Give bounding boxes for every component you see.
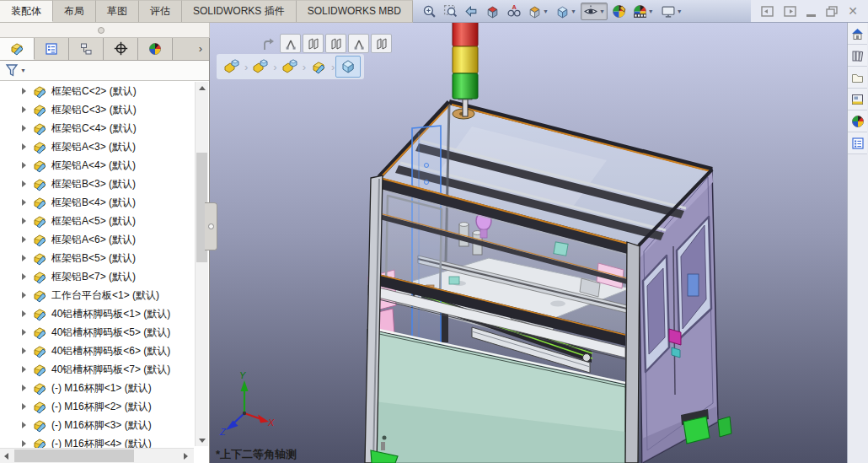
expand-arrow-icon[interactable]: [22, 162, 26, 169]
solidworks-resources-button[interactable]: [848, 23, 867, 45]
chevron-down-icon[interactable]: ▼: [543, 8, 549, 14]
horizontal-scroll-thumb[interactable]: [14, 450, 134, 462]
display-style-button[interactable]: ▼: [553, 3, 579, 20]
expand-arrow-icon[interactable]: [22, 255, 26, 261]
tab-sketch[interactable]: 草图: [96, 0, 139, 22]
tree-item[interactable]: 40铝槽杯脚码板<6> (默认): [19, 342, 195, 360]
close-button[interactable]: ✕: [848, 5, 858, 17]
tab-layout[interactable]: 布局: [53, 0, 96, 22]
expand-arrow-icon[interactable]: [22, 88, 26, 94]
tree-item[interactable]: 40铝槽杯脚码板<5> (默认): [19, 323, 195, 342]
scroll-up-arrow[interactable]: [196, 82, 208, 94]
tree-vertical-scrollbar[interactable]: [195, 82, 208, 446]
dock-panel-left-button[interactable]: [761, 6, 774, 17]
scroll-left-arrow[interactable]: [0, 450, 13, 462]
expand-arrow-icon[interactable]: [22, 329, 26, 336]
tab-propertymanager[interactable]: [35, 37, 69, 60]
tree-item[interactable]: 框架铝B<5> (默认): [19, 249, 195, 267]
tab-displaymanager[interactable]: [138, 37, 173, 60]
dock-panel-right-button[interactable]: [784, 6, 796, 17]
breadcrumb-body[interactable]: [335, 56, 361, 78]
design-library-button[interactable]: [848, 45, 867, 67]
breadcrumb-part[interactable]: [307, 57, 330, 77]
breadcrumb-assembly[interactable]: [220, 57, 244, 77]
breadcrumb-flag-icon[interactable]: [261, 36, 275, 51]
appearances-scenes-button[interactable]: [848, 110, 867, 132]
tab-evaluate[interactable]: 评估: [139, 0, 182, 22]
tab-solidworks-addins[interactable]: SOLIDWORKS 插件: [182, 0, 297, 22]
expand-arrow-icon[interactable]: [22, 440, 26, 447]
breadcrumb-subassembly[interactable]: [278, 57, 302, 77]
expand-arrow-icon[interactable]: [22, 422, 26, 428]
tree-item[interactable]: 框架铝B<7> (默认): [19, 267, 195, 286]
tree-item[interactable]: (-) M16杯脚<4> (默认): [19, 434, 195, 449]
parallel-mate-button[interactable]: [371, 34, 392, 53]
expand-arrow-icon[interactable]: [22, 310, 26, 317]
scroll-down-arrow[interactable]: [196, 434, 208, 446]
scroll-right-arrow[interactable]: [179, 450, 192, 462]
expand-arrow-icon[interactable]: [22, 347, 26, 354]
view-settings-button[interactable]: ▼: [658, 3, 685, 20]
tree-item[interactable]: 框架铝C<2> (默认): [19, 82, 195, 100]
tree-item[interactable]: 框架铝A<6> (默认): [19, 230, 195, 249]
chevron-down-icon[interactable]: ▼: [599, 8, 605, 14]
apply-scene-button[interactable]: ▼: [630, 3, 656, 20]
expand-arrow-icon[interactable]: [22, 273, 26, 280]
parallel-mate-button[interactable]: [325, 34, 346, 53]
tree-item[interactable]: 40铝槽杯脚码板<1> (默认): [19, 304, 195, 323]
tree-item[interactable]: 框架铝A<5> (默认): [19, 212, 195, 230]
zoom-to-fit-button[interactable]: [420, 3, 439, 20]
chevron-down-icon[interactable]: ▼: [677, 8, 683, 14]
expand-arrow-icon[interactable]: [22, 403, 26, 410]
expand-arrow-icon[interactable]: [22, 218, 26, 224]
expand-arrow-icon[interactable]: [22, 366, 26, 373]
hide-show-annotations-button[interactable]: A: [504, 3, 523, 20]
expand-arrow-icon[interactable]: [22, 199, 26, 206]
filter-funnel-icon[interactable]: [5, 63, 19, 78]
tree-item[interactable]: 工作台平台板<1> (默认): [19, 286, 195, 304]
expand-arrow-icon[interactable]: [22, 292, 26, 299]
hide-show-items-button[interactable]: ▼: [581, 3, 608, 20]
tree-item[interactable]: 40铝槽杯脚码板<7> (默认): [19, 360, 195, 379]
tree-item[interactable]: (-) M16杯脚<3> (默认): [19, 416, 195, 434]
expand-arrow-icon[interactable]: [22, 106, 26, 113]
tree-horizontal-scrollbar[interactable]: [0, 448, 194, 463]
expand-arrow-icon[interactable]: [22, 125, 26, 132]
view-orientation-button[interactable]: ▼: [525, 3, 551, 20]
tree-item[interactable]: 框架铝C<3> (默认): [19, 100, 195, 119]
graphics-viewport[interactable]: Y X Z *上下二等角轴测 › ›: [209, 23, 848, 463]
previous-view-button[interactable]: [462, 3, 481, 20]
tree-item[interactable]: 框架铝A<3> (默认): [19, 137, 195, 156]
minimize-button[interactable]: [806, 6, 816, 17]
tab-featuremanager[interactable]: [0, 37, 35, 60]
tab-solidworks-mbd[interactable]: SOLIDWORKS MBD: [297, 0, 413, 22]
chevron-down-icon[interactable]: ▼: [571, 8, 576, 14]
tree-item[interactable]: 框架铝C<4> (默认): [19, 119, 195, 137]
expand-arrow-icon[interactable]: [22, 236, 26, 243]
tree-item[interactable]: 框架铝B<3> (默认): [19, 175, 195, 193]
custom-properties-button[interactable]: [848, 132, 867, 154]
expand-arrow-icon[interactable]: [22, 385, 26, 391]
file-explorer-button[interactable]: [848, 67, 867, 89]
expand-arrow-icon[interactable]: [22, 180, 26, 187]
parallel-mate-button[interactable]: [303, 34, 324, 53]
tree-item[interactable]: 框架铝B<4> (默认): [19, 193, 195, 212]
tab-assembly[interactable]: 装配体: [0, 0, 53, 22]
expand-arrow-icon[interactable]: [22, 143, 26, 150]
breadcrumb-subassembly[interactable]: [249, 57, 272, 77]
panel-pull-handle[interactable]: [98, 27, 104, 34]
tab-overflow-chevron[interactable]: ›: [192, 37, 209, 60]
tab-dimxpertmanager[interactable]: [104, 37, 138, 60]
chevron-down-icon[interactable]: ▼: [20, 67, 26, 73]
tree-item[interactable]: (-) M16杯脚<2> (默认): [19, 397, 195, 416]
tab-configurationmanager[interactable]: [69, 37, 104, 60]
chevron-down-icon[interactable]: ▼: [648, 8, 654, 14]
restore-button[interactable]: [826, 6, 838, 17]
tree-item[interactable]: 框架铝A<4> (默认): [19, 156, 195, 175]
angle-mate-button[interactable]: [280, 34, 301, 53]
section-view-button[interactable]: [483, 3, 502, 20]
angle-mate-button[interactable]: [348, 34, 369, 53]
edit-appearance-button[interactable]: [609, 3, 629, 20]
zoom-to-area-button[interactable]: [441, 3, 460, 20]
tree-item[interactable]: (-) M16杯脚<1> (默认): [19, 379, 195, 397]
